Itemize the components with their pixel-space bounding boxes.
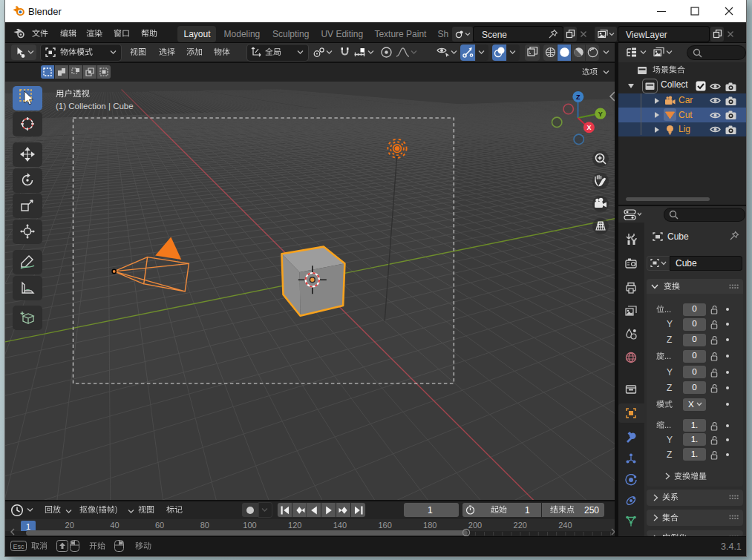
svg-text:Z: Z: [576, 93, 581, 101]
svg-text:Y: Y: [598, 111, 603, 118]
svg-text:X: X: [586, 124, 591, 131]
svg-text:Esc: Esc: [13, 543, 24, 550]
